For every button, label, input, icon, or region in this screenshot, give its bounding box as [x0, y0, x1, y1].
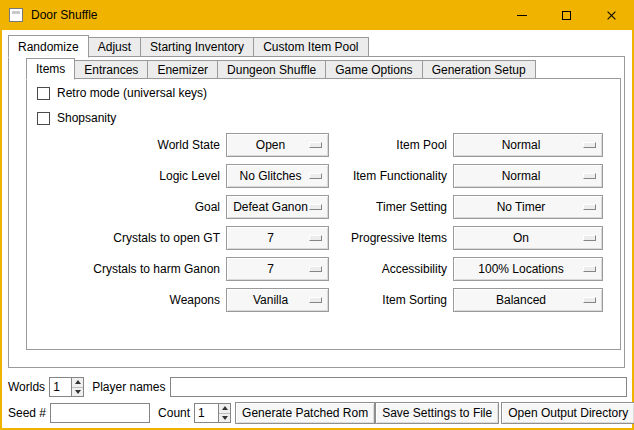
count-spinner-down-button[interactable]	[219, 413, 230, 423]
generate-patched-rom-button[interactable]: Generate Patched Rom	[235, 402, 375, 424]
world-state-dropdown[interactable]: Open	[226, 133, 329, 157]
window: Door Shuffle Randomize Adjust Starting I…	[0, 0, 634, 430]
app-icon	[9, 8, 23, 22]
tab-items[interactable]: Items	[26, 58, 75, 80]
dropdown-value: Normal	[502, 138, 555, 152]
item-functionality-dropdown[interactable]: Normal	[453, 164, 603, 188]
timer-setting-dropdown[interactable]: No Timer	[453, 195, 603, 219]
goal-label: Goal	[27, 200, 220, 214]
dropdown-indicator-icon	[583, 142, 596, 148]
dropdown-indicator-icon	[309, 297, 322, 303]
dropdown-value: Open	[256, 138, 299, 152]
save-settings-button[interactable]: Save Settings to File	[375, 402, 499, 424]
crystals-harm-ganon-label: Crystals to harm Ganon	[27, 262, 220, 276]
seed-input[interactable]	[50, 403, 150, 423]
tab-randomize[interactable]: Randomize	[8, 35, 89, 58]
world-state-label: World State	[27, 138, 220, 152]
tab-enemizer[interactable]: Enemizer	[147, 60, 218, 79]
shopsanity-row: Shopsanity	[37, 110, 116, 126]
options-row: Crystals to open GT 7 Progressive Items …	[27, 222, 620, 253]
logic-level-dropdown[interactable]: No Glitches	[226, 164, 329, 188]
options-row: Goal Defeat Ganon Timer Setting No Timer	[27, 191, 620, 222]
tab-game-options[interactable]: Game Options	[325, 60, 422, 79]
dropdown-indicator-icon	[309, 235, 322, 241]
open-output-directory-button[interactable]: Open Output Directory	[501, 402, 634, 424]
worlds-spinner-buttons	[71, 377, 84, 397]
client-area: Randomize Adjust Starting Inventory Cust…	[2, 30, 632, 428]
sub-tab-bar: Items Entrances Enemizer Dungeon Shuffle…	[26, 57, 536, 79]
dropdown-indicator-icon	[309, 204, 322, 210]
player-names-input[interactable]	[170, 377, 628, 397]
count-label: Count	[158, 406, 190, 420]
dropdown-value: Normal	[502, 169, 555, 183]
options-row: Crystals to harm Ganon 7 Accessibility 1…	[27, 253, 620, 284]
dropdown-indicator-icon	[583, 204, 596, 210]
tab-entrances[interactable]: Entrances	[74, 60, 148, 79]
item-pool-dropdown[interactable]: Normal	[453, 133, 603, 157]
accessibility-dropdown[interactable]: 100% Locations	[453, 257, 603, 281]
dropdown-indicator-icon	[583, 235, 596, 241]
item-pool-label: Item Pool	[335, 138, 447, 152]
dropdown-value: Vanilla	[253, 293, 302, 307]
close-button[interactable]	[589, 0, 634, 30]
progressive-items-label: Progressive Items	[335, 231, 447, 245]
close-icon	[606, 10, 617, 21]
window-controls	[499, 0, 634, 30]
maximize-icon	[562, 11, 571, 20]
count-spinner	[194, 403, 231, 423]
worlds-spinner-down-button[interactable]	[72, 387, 83, 397]
tab-custom-item-pool[interactable]: Custom Item Pool	[253, 37, 368, 57]
shopsanity-label: Shopsanity	[57, 111, 116, 125]
tab-generation-setup[interactable]: Generation Setup	[422, 60, 536, 79]
maximize-button[interactable]	[544, 0, 589, 30]
timer-setting-label: Timer Setting	[335, 200, 447, 214]
shopsanity-checkbox[interactable]	[37, 112, 50, 125]
main-tab-bar: Randomize Adjust Starting Inventory Cust…	[8, 34, 369, 57]
progressive-items-dropdown[interactable]: On	[453, 226, 603, 250]
dropdown-indicator-icon	[309, 142, 322, 148]
dropdown-indicator-icon	[309, 266, 322, 272]
dropdown-indicator-icon	[583, 266, 596, 272]
weapons-dropdown[interactable]: Vanilla	[226, 288, 329, 312]
dropdown-value: On	[513, 231, 543, 245]
tab-dungeon-shuffle[interactable]: Dungeon Shuffle	[217, 60, 326, 79]
crystals-to-open-gt-dropdown[interactable]: 7	[226, 226, 329, 250]
dropdown-value: No Timer	[497, 200, 560, 214]
retro-mode-row: Retro mode (universal keys)	[37, 85, 207, 101]
crystals-open-gt-label: Crystals to open GT	[27, 231, 220, 245]
dropdown-value: 7	[267, 262, 288, 276]
worlds-input[interactable]	[49, 377, 71, 397]
dropdown-value: Balanced	[496, 293, 560, 307]
tab-starting-inventory[interactable]: Starting Inventory	[140, 37, 254, 57]
spinner-down-icon	[75, 390, 81, 394]
dropdown-value: 7	[267, 231, 288, 245]
seed-row: Seed # Count Generate Patched Rom Save S…	[8, 402, 627, 424]
goal-dropdown[interactable]: Defeat Ganon	[226, 195, 329, 219]
dropdown-value: 100% Locations	[478, 262, 577, 276]
count-spinner-up-button[interactable]	[219, 404, 230, 413]
spinner-up-icon	[75, 380, 81, 384]
minimize-button[interactable]	[499, 0, 544, 30]
retro-mode-label: Retro mode (universal keys)	[57, 86, 207, 100]
item-sorting-label: Item Sorting	[335, 293, 447, 307]
options-grid: World State Open Item Pool Normal Logic …	[27, 129, 620, 315]
logic-level-label: Logic Level	[27, 169, 220, 183]
worlds-label: Worlds	[8, 380, 45, 394]
options-row: World State Open Item Pool Normal	[27, 129, 620, 160]
worlds-spinner-up-button[interactable]	[72, 378, 83, 387]
tab-adjust[interactable]: Adjust	[88, 37, 141, 57]
weapons-label: Weapons	[27, 293, 220, 307]
crystals-to-harm-ganon-dropdown[interactable]: 7	[226, 257, 329, 281]
retro-mode-checkbox[interactable]	[37, 87, 50, 100]
items-tab-panel: Retro mode (universal keys) Shopsanity W…	[26, 78, 621, 350]
minimize-icon	[517, 15, 527, 16]
options-row: Weapons Vanilla Item Sorting Balanced	[27, 284, 620, 315]
dropdown-indicator-icon	[583, 173, 596, 179]
item-sorting-dropdown[interactable]: Balanced	[453, 288, 603, 312]
worlds-row: Worlds Player names	[8, 376, 627, 398]
count-input[interactable]	[194, 403, 218, 423]
window-title: Door Shuffle	[31, 8, 98, 22]
spinner-down-icon	[222, 416, 228, 420]
seed-label: Seed #	[8, 406, 46, 420]
count-spinner-buttons	[218, 403, 231, 423]
